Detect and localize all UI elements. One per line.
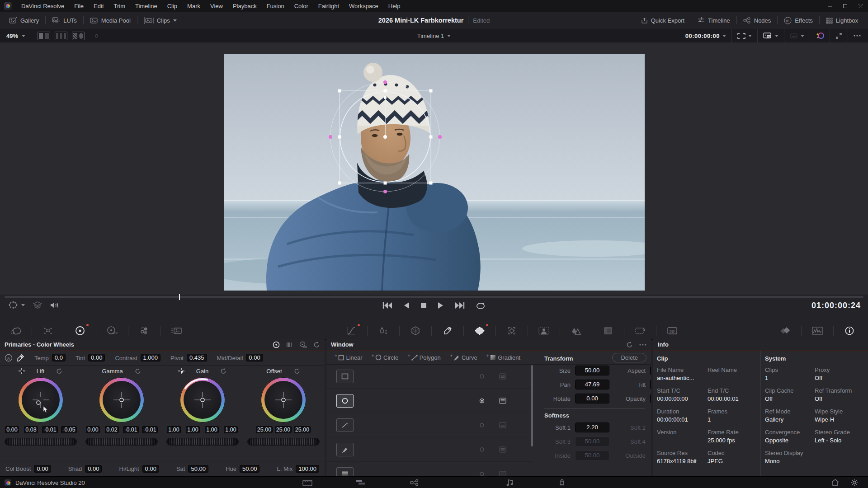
magic-mask-tab[interactable]: [528, 325, 560, 336]
page-fusion-button[interactable]: [409, 479, 419, 486]
temp-value[interactable]: 0.0: [52, 354, 66, 361]
highlights-value[interactable]: 0.00: [142, 465, 159, 473]
saturation-value[interactable]: 50.00: [188, 465, 208, 473]
keyframes-tab[interactable]: [769, 325, 801, 336]
window-row-linear[interactable]: [326, 364, 533, 389]
gamma-master-dial[interactable]: [86, 438, 157, 445]
page-deliver-button[interactable]: [557, 479, 566, 487]
play-reverse-button[interactable]: [403, 302, 410, 310]
window-row-target-icon[interactable]: [478, 422, 486, 428]
menu-item-fusion[interactable]: Fusion: [262, 0, 289, 12]
playhead-marker[interactable]: [179, 294, 180, 300]
menu-item-clip[interactable]: Clip: [162, 0, 182, 12]
aspect-value[interactable]: 50.00: [650, 366, 651, 375]
window-row-menu-icon[interactable]: [499, 446, 506, 453]
sizing-tab[interactable]: [624, 325, 656, 336]
window-row-menu-icon[interactable]: [499, 471, 506, 477]
nodes-button[interactable]: Nodes: [737, 12, 778, 29]
bars-mode-icon[interactable]: [286, 342, 292, 348]
gain-r-value[interactable]: 1.00: [186, 426, 199, 433]
gamma-b-value[interactable]: -0.01: [142, 426, 158, 433]
timeline-selector[interactable]: Timeline 1: [0, 33, 868, 39]
white-balance-picker-icon[interactable]: [16, 354, 24, 362]
add-gradient-window-button[interactable]: + Gradient: [483, 354, 524, 361]
page-media-button[interactable]: [302, 479, 312, 486]
offset-master-dial[interactable]: [248, 438, 319, 445]
luts-button[interactable]: LUTs: [46, 12, 83, 29]
pan-value[interactable]: 47.69: [575, 380, 609, 389]
gain-master-dial[interactable]: [167, 438, 238, 445]
offset-r-value[interactable]: 25.00: [256, 426, 273, 433]
window-list-scrollbar[interactable]: [531, 365, 533, 446]
menu-item-color[interactable]: Color: [289, 0, 313, 12]
clips-button[interactable]: Clips: [137, 12, 183, 29]
hue-curves-tab[interactable]: [368, 325, 399, 336]
hdr-wheels-tab[interactable]: HDR: [96, 325, 128, 336]
contrast-value[interactable]: 1.000: [141, 354, 161, 361]
gain-y-value[interactable]: 1.00: [167, 426, 180, 433]
circle-window-icon[interactable]: [336, 394, 354, 408]
lift-b-value[interactable]: -0.05: [61, 426, 77, 433]
gallery-button[interactable]: Gallery: [3, 12, 45, 29]
menu-item-help[interactable]: Help: [383, 0, 406, 12]
wheels-mode-icon[interactable]: [273, 341, 280, 348]
pivot-value[interactable]: 0.435: [187, 354, 207, 361]
window-row-menu-icon[interactable]: [499, 398, 506, 404]
shadows-value[interactable]: 0.00: [85, 465, 102, 473]
offset-b-value[interactable]: 25.00: [294, 426, 311, 433]
col-boost-value[interactable]: 0.00: [34, 465, 51, 473]
log-mode-icon[interactable]: LOG: [299, 341, 307, 348]
stereo-3d-tab[interactable]: 3D: [656, 325, 688, 336]
tint-value[interactable]: 0.00: [88, 354, 105, 361]
menu-item-file[interactable]: File: [69, 0, 89, 12]
play-button[interactable]: [438, 302, 444, 310]
gamma-reset-icon[interactable]: [135, 368, 141, 374]
lightbox-button[interactable]: Lightbox: [820, 12, 864, 29]
add-circle-window-button[interactable]: + Circle: [368, 354, 402, 361]
gradient-window-icon[interactable]: [336, 467, 354, 477]
window-row-polygon[interactable]: [326, 413, 533, 437]
window-tab[interactable]: [464, 325, 495, 336]
tilt-value[interactable]: 51.66: [650, 380, 651, 389]
color-slice-tab[interactable]: [128, 325, 160, 336]
lift-r-value[interactable]: 0.03: [24, 426, 38, 433]
mid-detail-value[interactable]: 0.00: [246, 354, 263, 361]
opacity-value[interactable]: 100.00: [650, 394, 651, 404]
menu-item-playback[interactable]: Playback: [228, 0, 262, 12]
curve-window-icon[interactable]: [336, 443, 354, 456]
reset-icon[interactable]: [313, 341, 320, 348]
size-value[interactable]: 50.00: [575, 366, 609, 375]
gamma-r-value[interactable]: 0.02: [105, 426, 118, 433]
lift-reset-icon[interactable]: [56, 368, 62, 374]
page-edit-button[interactable]: [356, 479, 366, 486]
lift-y-value[interactable]: 0.00: [5, 426, 19, 433]
auto-balance-icon[interactable]: A: [5, 354, 13, 362]
color-warper-tab[interactable]: [400, 325, 431, 336]
lum-mix-value[interactable]: 100.00: [296, 465, 319, 473]
gain-wheel[interactable]: [180, 377, 225, 422]
offset-wheel[interactable]: [261, 377, 306, 422]
soft1-value[interactable]: 2.20: [575, 422, 609, 432]
gain-crosshair-icon[interactable]: [178, 368, 184, 374]
color-wheels-tab[interactable]: [64, 325, 96, 336]
loop-button[interactable]: [476, 302, 486, 310]
go-to-end-button[interactable]: [455, 302, 465, 310]
polygon-window-icon[interactable]: [336, 418, 354, 432]
key-tab[interactable]: [592, 325, 624, 336]
window-row-gradient[interactable]: [326, 462, 533, 476]
tracker-tab[interactable]: [496, 325, 528, 336]
menu-item-workspace[interactable]: Workspace: [344, 0, 383, 12]
quick-export-button[interactable]: Quick Export: [635, 12, 691, 29]
gamma-wheel[interactable]: [99, 377, 144, 422]
maximize-button[interactable]: [837, 0, 853, 12]
blur-tab[interactable]: [560, 325, 592, 336]
curves-tab[interactable]: [335, 325, 367, 336]
window-row-target-icon[interactable]: [478, 446, 486, 453]
window-row-curve[interactable]: [326, 437, 533, 462]
window-row-target-icon[interactable]: [478, 398, 486, 404]
page-fairlight-button[interactable]: [506, 479, 514, 487]
lift-g-value[interactable]: -0.01: [42, 426, 58, 433]
stop-button[interactable]: [420, 302, 427, 310]
window-row-circle[interactable]: [326, 389, 533, 413]
add-linear-window-button[interactable]: + Linear: [331, 354, 366, 361]
